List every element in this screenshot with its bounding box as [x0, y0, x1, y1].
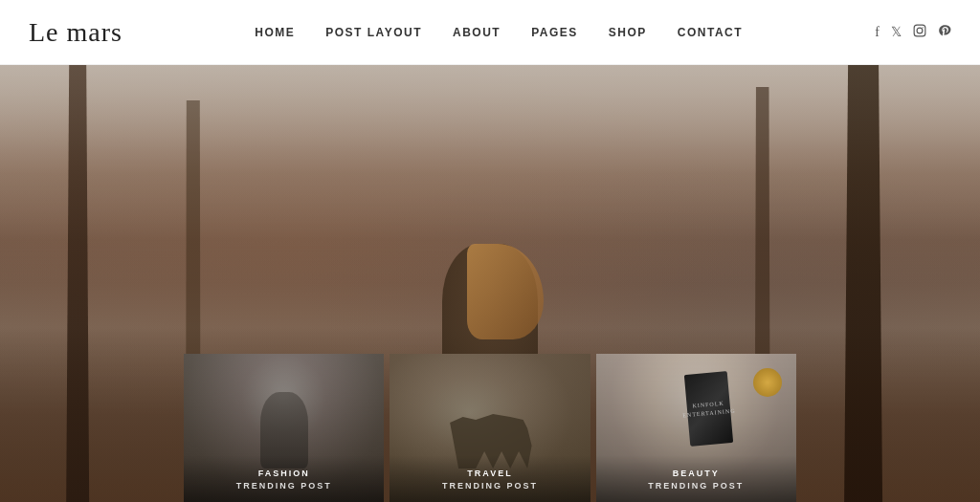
nav-post-layout[interactable]: POST LAYOUT — [325, 26, 422, 39]
book-title: KINFOLK ENTERTAINING — [678, 394, 740, 423]
card-travel[interactable]: TRAVEL TRENDING POST — [390, 354, 590, 502]
card-beauty[interactable]: KINFOLK ENTERTAINING BEAUTY TRENDING POS… — [596, 354, 796, 502]
card-fashion-title: TRENDING POST — [184, 481, 384, 491]
featured-cards: FASHION TRENDING POST TRAVEL TRENDING PO… — [184, 354, 796, 502]
nav-pages[interactable]: PAGES — [531, 26, 578, 39]
card-fashion-overlay: FASHION TRENDING POST — [184, 455, 384, 502]
svg-point-1 — [917, 28, 923, 33]
card-beauty-category: BEAUTY — [596, 469, 796, 478]
svg-point-2 — [923, 27, 924, 28]
card-beauty-title: TRENDING POST — [596, 481, 796, 491]
instagram-icon[interactable] — [913, 24, 926, 41]
main-nav: HOME POST LAYOUT ABOUT PAGES SHOP CONTAC… — [255, 26, 743, 39]
nav-shop[interactable]: SHOP — [609, 26, 647, 39]
card-travel-title: TRENDING POST — [390, 481, 590, 491]
nav-contact[interactable]: CONTACT — [678, 26, 743, 39]
hero-section: FASHION TRENDING POST TRAVEL TRENDING PO… — [0, 65, 980, 502]
card-beauty-overlay: BEAUTY TRENDING POST — [596, 455, 796, 502]
nav-about[interactable]: ABOUT — [453, 26, 501, 39]
card-fashion-category: FASHION — [184, 469, 384, 478]
facebook-icon[interactable]: f — [875, 25, 880, 40]
tree-left — [49, 65, 106, 502]
nav-home[interactable]: HOME — [255, 26, 295, 39]
pinterest-icon[interactable] — [938, 24, 951, 41]
tree-right — [825, 65, 902, 502]
gold-circle — [753, 368, 782, 397]
card-travel-overlay: TRAVEL TRENDING POST — [390, 455, 590, 502]
card-travel-category: TRAVEL — [390, 469, 590, 478]
social-icons: f 𝕏 — [875, 24, 951, 41]
hero-background: FASHION TRENDING POST TRAVEL TRENDING PO… — [0, 65, 980, 502]
kinfolk-book: KINFOLK ENTERTAINING — [684, 371, 733, 447]
twitter-icon[interactable]: 𝕏 — [891, 24, 902, 40]
logo[interactable]: Le mars — [29, 17, 122, 48]
site-header: Le mars HOME POST LAYOUT ABOUT PAGES SHO… — [0, 0, 980, 65]
svg-rect-0 — [914, 25, 925, 36]
card-fashion[interactable]: FASHION TRENDING POST — [184, 354, 384, 502]
